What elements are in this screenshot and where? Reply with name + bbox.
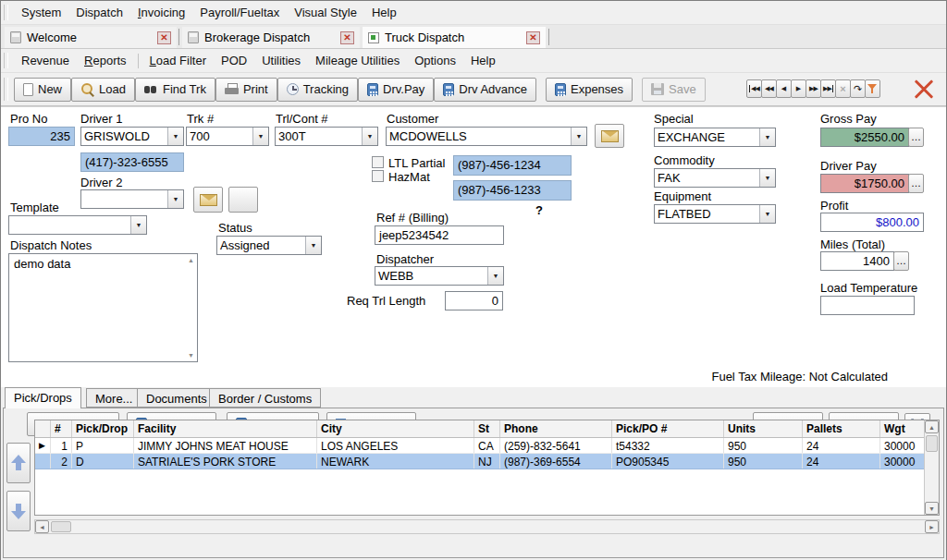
tab-brokerage-dispatch[interactable]: Brokerage Dispatch ✕ [182, 27, 360, 48]
menu-help[interactable]: Help [364, 2, 404, 23]
chevron-down-icon[interactable]: ▼ [487, 267, 503, 285]
expenses-button[interactable]: Expenses [546, 78, 633, 102]
driver1-combobox[interactable]: GRISWOLD ▼ [80, 127, 184, 146]
tab-truck-dispatch[interactable]: Truck Dispatch ✕ [363, 27, 546, 48]
print-button[interactable]: Print [215, 78, 277, 102]
stop-row-2-selected[interactable]: 2 D SATRIALE'S PORK STORE NEWARK NJ (987… [35, 454, 925, 469]
help-question-icon[interactable]: ? [535, 203, 543, 217]
miles-total-field[interactable]: 1400 [820, 251, 894, 271]
equipment-combobox[interactable]: FLATBED ▼ [654, 204, 776, 224]
menu-help-2[interactable]: Help [463, 50, 503, 71]
move-stop-down-button[interactable] [6, 491, 31, 531]
ref-billing-input[interactable]: jeep5234542 [375, 225, 504, 245]
menu-visual-style[interactable]: Visual Style [287, 2, 364, 23]
ltl-partial-checkbox[interactable] [372, 156, 384, 168]
header-st[interactable]: St [474, 420, 500, 437]
hazmat-checkbox[interactable] [372, 170, 384, 182]
find-truck-button[interactable]: Find Trk [135, 78, 215, 102]
close-icon[interactable]: ✕ [340, 31, 354, 44]
tab-welcome[interactable]: Welcome ✕ [5, 27, 177, 48]
grid-horizontal-scrollbar[interactable]: ◄ ► [34, 519, 940, 534]
tab-pick-drops[interactable]: Pick/Drops [5, 387, 81, 408]
scroll-right-icon[interactable]: ► [925, 520, 939, 533]
blank-button[interactable] [228, 187, 258, 213]
nav-first-button[interactable]: ◀◀ [746, 79, 762, 98]
menu-invoicing[interactable]: Invoicing [130, 2, 192, 23]
nav-fast-back-button[interactable]: ◀◀ [761, 79, 777, 98]
nav-fast-forward-button[interactable]: ▶▶ [806, 79, 821, 98]
driver-pay-field[interactable]: $1750.00 [820, 174, 909, 193]
customer-combobox[interactable]: MCDOWELLS ▼ [386, 127, 587, 146]
header-wgt[interactable]: Wgt [880, 420, 925, 437]
menu-revenue[interactable]: Revenue [14, 50, 77, 71]
nav-prev-button[interactable]: ◀ [776, 79, 792, 98]
gross-pay-detail-button[interactable]: … [908, 128, 924, 147]
menu-pod[interactable]: POD [214, 50, 254, 71]
dispatcher-combobox[interactable]: WEBB ▼ [375, 266, 504, 286]
grid-vertical-scrollbar[interactable]: ▲ ▼ [924, 420, 939, 515]
nav-last-button[interactable]: ▶▶ [820, 79, 836, 98]
trk-combobox[interactable]: 700 ▼ [186, 127, 269, 146]
stop-row-1[interactable]: ▶ 1 P JIMMY JOHNS MEAT HOUSE LOS ANGELES… [35, 438, 925, 454]
load-button[interactable]: Load [71, 78, 135, 102]
tab-more[interactable]: More... [86, 388, 141, 408]
chevron-down-icon[interactable]: ▼ [759, 128, 775, 146]
req-trl-length-input[interactable]: 0 [445, 291, 503, 310]
menu-system[interactable]: System [14, 2, 68, 23]
driver2-combobox[interactable]: ▼ [80, 189, 184, 209]
new-button[interactable]: New [14, 78, 71, 102]
nav-refresh-button[interactable]: ↷ [850, 79, 866, 98]
gross-pay-field[interactable]: $2550.00 [820, 128, 909, 147]
menu-dispatch[interactable]: Dispatch [68, 2, 130, 23]
chevron-down-icon[interactable]: ▼ [759, 205, 775, 223]
scroll-up-icon[interactable]: ▲ [188, 257, 194, 263]
save-button[interactable]: Save [642, 78, 706, 102]
chevron-down-icon[interactable]: ▼ [362, 128, 377, 145]
chevron-down-icon[interactable]: ▼ [252, 128, 268, 145]
driver-pay-detail-button[interactable]: … [908, 174, 924, 193]
chevron-down-icon[interactable]: ▼ [571, 128, 586, 145]
nav-cancel-button[interactable]: × [835, 79, 851, 98]
scroll-up-icon[interactable]: ▲ [925, 420, 939, 433]
header-phone[interactable]: Phone [500, 420, 612, 437]
scrollbar-thumb[interactable] [926, 435, 938, 452]
chevron-down-icon[interactable]: ▼ [305, 237, 321, 254]
trl-cont-combobox[interactable]: 300T ▼ [275, 127, 378, 146]
header-city[interactable]: City [317, 420, 474, 437]
header-facility[interactable]: Facility [134, 420, 317, 437]
scroll-down-icon[interactable]: ▼ [925, 502, 939, 515]
pro-no-field[interactable]: 235 [8, 127, 75, 146]
nav-filter-button[interactable] [865, 79, 880, 98]
tab-border-customs[interactable]: Border / Customs [209, 388, 321, 408]
menu-reports[interactable]: Reports [77, 50, 134, 71]
tab-documents[interactable]: Documents [137, 388, 216, 408]
commodity-combobox[interactable]: FAK ▼ [654, 168, 776, 188]
chevron-down-icon[interactable]: ▼ [759, 169, 775, 187]
scroll-left-icon[interactable]: ◄ [35, 520, 49, 533]
close-form-button[interactable] [909, 77, 939, 103]
menu-utilities[interactable]: Utilities [254, 50, 308, 71]
email-driver-button[interactable] [193, 187, 223, 213]
close-icon[interactable]: ✕ [157, 31, 171, 44]
menu-payroll-fueltax[interactable]: Payroll/Fueltax [192, 2, 287, 23]
chevron-down-icon[interactable]: ▼ [167, 190, 183, 208]
close-icon[interactable]: ✕ [526, 31, 540, 44]
chevron-down-icon[interactable]: ▼ [130, 216, 146, 234]
menu-load-filter[interactable]: Load Filter [142, 50, 214, 71]
dispatch-notes-textarea[interactable]: demo data ▲ ▼ [8, 253, 198, 362]
header-units[interactable]: Units [724, 420, 803, 437]
driver-advance-button[interactable]: Drv Advance [434, 78, 536, 102]
menu-options[interactable]: Options [407, 50, 463, 71]
header-pick-drop[interactable]: Pick/Drop [72, 420, 134, 437]
nav-next-button[interactable]: ▶ [791, 79, 806, 98]
miles-detail-button[interactable]: … [893, 251, 909, 271]
load-temperature-input[interactable] [820, 296, 915, 315]
special-combobox[interactable]: EXCHANGE ▼ [654, 128, 776, 147]
driver-pay-button[interactable]: Drv.Pay [358, 78, 434, 102]
email-customer-button[interactable] [595, 124, 624, 148]
scroll-down-icon[interactable]: ▼ [188, 352, 194, 359]
scrollbar-thumb[interactable] [51, 521, 71, 532]
header-pallets[interactable]: Pallets [803, 420, 880, 437]
menu-mileage-utilities[interactable]: Mileage Utilities [308, 50, 407, 71]
header-pick-po[interactable]: Pick/PO # [612, 420, 724, 437]
